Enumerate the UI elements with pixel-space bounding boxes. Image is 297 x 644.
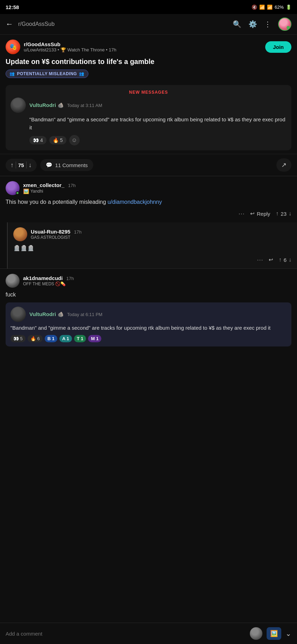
reaction-eyes-count: 4 [40, 137, 43, 143]
bottom-spacer [0, 351, 297, 379]
post-title: Update on ¥$ contributions to life's a g… [6, 57, 291, 66]
comment-actions-usual: ⋯ ↩ ↑ 6 ↓ [13, 256, 291, 264]
back-button[interactable]: ← [6, 20, 13, 29]
comments-count: 11 Comments [55, 162, 88, 168]
msg-username[interactable]: VultuRodri [29, 102, 56, 108]
react-fire[interactable]: 🔥 6 [28, 335, 43, 342]
downvote-usual[interactable]: ↓ [289, 257, 291, 263]
scroll-down-button[interactable]: ⌄ [285, 629, 291, 638]
msg-avatar [10, 98, 26, 113]
msg-time: Today at 3:11 AM [67, 103, 102, 108]
bottom-bar: 🖼️ ⌄ [0, 623, 297, 644]
comment-meta-xmen: xmen_collector_ 17h 🖼️ Yandhi [23, 182, 76, 194]
status-bar: 12:58 🔇 📶 📶 62% 🔋 [0, 0, 297, 14]
quoted-msg-meta: VultuRodri 🪨 Today at 6:11 PM [29, 311, 102, 317]
comment-username-row-usual: Usual-Run-8295 17h [31, 229, 82, 235]
reply-button-usual[interactable]: ↩ [269, 257, 273, 263]
add-reaction-button[interactable]: ☺ [69, 135, 80, 145]
post-author: u/LowArtist2133 • 🏆 Watch The Throne • 1… [24, 47, 116, 52]
quoted-msg-username: VultuRodri [29, 311, 56, 317]
comment-username-row-ak1: ak1dnamedcudi 17h [23, 275, 74, 281]
signal-icon: 📶 [267, 5, 273, 10]
quoted-msg-icon: 🪨 [58, 312, 64, 317]
subreddit-name[interactable]: r/GoodAssSub [24, 41, 116, 47]
comment-time-ak1: 17h [66, 276, 74, 281]
comment-avatar-xmen [6, 181, 20, 195]
misleading-badge: 👥 POTENTIALLY MISLEADING 👥 [6, 70, 88, 78]
comment-username-xmen[interactable]: xmen_collector_ [23, 182, 64, 188]
msg-meta: VultuRodri 🪨 Today at 3:11 AM [29, 102, 102, 108]
search-icon[interactable]: 🔍 [233, 20, 241, 28]
comment-usual: Usual-Run-8295 17h GAS ASTROLOGIST 🪦🪦🪦 ⋯… [7, 222, 297, 269]
comment-username-usual[interactable]: Usual-Run-8295 [31, 229, 70, 235]
comment-time-usual: 17h [74, 229, 82, 235]
react-b[interactable]: B 1 [45, 335, 57, 342]
comment-time-xmen: 17h [68, 183, 76, 188]
user-avatar[interactable] [278, 17, 291, 31]
join-button[interactable]: Join [265, 41, 291, 53]
comment-more-xmen[interactable]: ⋯ [238, 210, 245, 217]
flair-text-ak1: OFF THE MEDS 🚫💊 [23, 281, 66, 286]
comment-link-xmen[interactable]: u/diamondbackjohnny [108, 199, 162, 205]
vote-group: ↑ 75 ↓ [6, 159, 37, 172]
time-separator: • [106, 47, 109, 52]
mute-icon: 🔇 [252, 5, 257, 10]
react-t[interactable]: T 1 [74, 335, 86, 342]
flair-text-usual: GAS ASTROLOGIST [31, 235, 70, 240]
reaction-eyes-emoji: 👀 [33, 137, 39, 143]
comment-meta-ak1: ak1dnamedcudi 17h OFF THE MEDS 🚫💊 [23, 275, 74, 286]
quoted-emoji-reactions: 👀 5 🔥 6 B 1 A 1 T 1 M 1 [10, 335, 287, 342]
comments-button[interactable]: 💬 11 Comments [40, 159, 93, 171]
comment-username-ak1[interactable]: ak1dnamedcudi [23, 275, 63, 281]
comment-input[interactable] [6, 631, 246, 637]
emoji-reactions: 👀 4 🔥 5 ☺ [29, 135, 287, 145]
post-container: 🎭 r/GoodAssSub u/LowArtist2133 • 🏆 Watch… [0, 35, 297, 150]
upvote-button[interactable]: ↑ [10, 162, 14, 169]
flair-icon-xmen: 🖼️ [23, 188, 29, 194]
quoted-msg-body: "Bandman" and "gimme a second" are track… [10, 324, 287, 332]
flair-separator: • [58, 47, 60, 52]
reply-icon: ↩ [250, 210, 255, 217]
reaction-fire-count: 5 [60, 137, 63, 143]
react-eyes[interactable]: 👀 5 [10, 335, 26, 342]
reaction-fire[interactable]: 🔥 5 [49, 136, 66, 144]
badge-icon-left: 👥 [9, 71, 15, 76]
badge-icon-right: 👥 [79, 71, 85, 76]
vote-divider-2 [26, 162, 27, 169]
quoted-message: VultuRodri 🪨 Today at 6:11 PM "Bandman" … [6, 302, 291, 346]
react-a[interactable]: A 1 [59, 335, 72, 342]
filter-icon[interactable]: ⚙️ [248, 20, 257, 28]
comment-header-usual: Usual-Run-8295 17h GAS ASTROLOGIST [13, 227, 291, 241]
nav-icons: 🔍 ⚙️ ⋮ [233, 17, 291, 31]
downvote-xmen[interactable]: ↓ [289, 210, 291, 217]
comment-more-usual[interactable]: ⋯ [257, 256, 263, 264]
comment-header-xmen: xmen_collector_ 17h 🖼️ Yandhi [6, 181, 291, 195]
msg-body: "Bandman" and "gimme a second" are track… [29, 116, 287, 131]
share-button[interactable]: ↗ [276, 158, 291, 172]
reaction-eyes[interactable]: 👀 4 [29, 136, 46, 144]
react-m[interactable]: M 1 [88, 335, 101, 342]
comment-text-xmen: This how you do a potentially misleading… [6, 198, 291, 206]
vote-count-xmen: 23 [281, 211, 287, 217]
status-time: 12:58 [6, 4, 19, 10]
downvote-button[interactable]: ↓ [29, 162, 32, 169]
comment-text-usual: 🪦🪦🪦 [13, 244, 291, 252]
badge-label: POTENTIALLY MISLEADING [17, 71, 77, 76]
comment-text-ak1: fuck [6, 291, 291, 299]
upvote-usual[interactable]: ↑ [279, 257, 282, 263]
image-upload-button[interactable]: 🖼️ [267, 627, 281, 640]
upvote-xmen[interactable]: ↑ [276, 210, 278, 217]
quoted-msg-header: VultuRodri 🪨 Today at 6:11 PM [10, 307, 287, 322]
comment-meta-usual: Usual-Run-8295 17h GAS ASTROLOGIST [31, 229, 82, 240]
comments-icon: 💬 [46, 162, 52, 168]
author-name[interactable]: u/LowArtist2133 [24, 47, 56, 52]
comment-body-xmen: This how you do a potentially misleading [6, 199, 108, 205]
more-icon[interactable]: ⋮ [264, 20, 271, 28]
reply-label: Reply [257, 211, 270, 217]
vote-count: 75 [18, 162, 24, 168]
post-time: 17h [109, 47, 116, 52]
comment-flair-usual: GAS ASTROLOGIST [31, 235, 82, 240]
vote-bar: ↑ 75 ↓ 💬 11 Comments ↗ [0, 154, 297, 176]
flair-text-xmen: Yandhi [30, 189, 43, 194]
reply-button-xmen[interactable]: ↩ Reply [250, 210, 270, 217]
